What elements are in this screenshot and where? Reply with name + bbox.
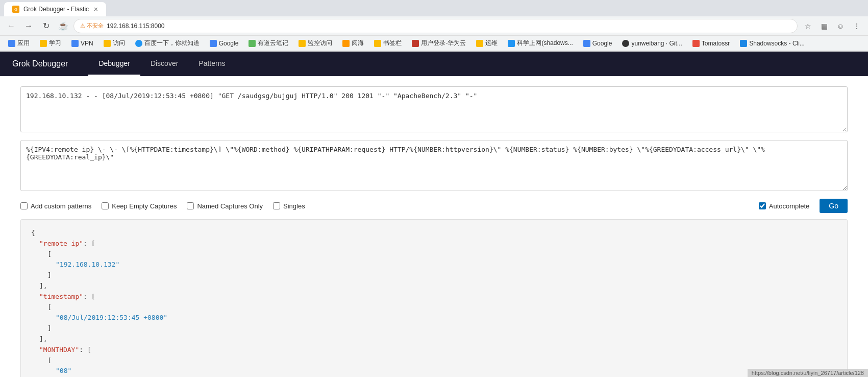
- close-tab-icon[interactable]: ×: [94, 5, 98, 13]
- json-timestamp-close: ],: [39, 335, 47, 343]
- vpn-icon: [71, 40, 79, 47]
- bookmark-vpn[interactable]: VPN: [67, 39, 97, 48]
- yuehai-icon: [342, 40, 350, 47]
- bookmark-study[interactable]: 学习: [36, 38, 65, 49]
- browser-tabs: G Grok Debugger - Elastic ×: [0, 0, 868, 16]
- apps-icon: [8, 40, 15, 47]
- github-icon: [622, 40, 629, 47]
- json-monthday-key: "MONTHDAY": [: [39, 346, 91, 354]
- bookmark-label: 访问: [113, 39, 125, 48]
- bookmark-shadows[interactable]: 科学上网(shadows...: [504, 38, 577, 49]
- output-area: { "remote_ip": [ [ "192.168.10.132" ] ],…: [20, 219, 848, 377]
- shadowsocks-icon: [740, 40, 747, 47]
- google-icon: [210, 40, 217, 47]
- bookmark-visit[interactable]: 访问: [100, 38, 129, 49]
- sample-input-textarea[interactable]: [20, 86, 848, 132]
- bookmark-shadowsocks[interactable]: Shadowsocks - Cli...: [736, 39, 809, 48]
- go-button[interactable]: Go: [820, 199, 848, 213]
- bookmark-label: VPN: [81, 40, 93, 47]
- named-captures-only-label[interactable]: Named Captures Only: [187, 202, 263, 210]
- bookmarks-bar: 应用 学习 VPN 访问 百度一下，你就知道 Google 有道云笔记 监控访: [0, 36, 868, 51]
- bookmarks-icon: [374, 40, 381, 47]
- options-row: Add custom patterns Keep Empty Captures …: [20, 199, 848, 213]
- named-captures-only-text: Named Captures Only: [197, 202, 263, 210]
- bookmark-apps[interactable]: 应用: [4, 38, 34, 49]
- singles-text: Singles: [283, 202, 305, 210]
- bookmark-tomatossr[interactable]: Tomatossr: [688, 39, 734, 48]
- bookmark-youdao[interactable]: 有道云笔记: [244, 38, 292, 49]
- study-icon: [40, 40, 47, 47]
- visit-icon: [104, 40, 111, 47]
- bookmark-label: 应用: [17, 39, 30, 48]
- json-remote-ip-key: "remote_ip": [: [39, 240, 95, 247]
- keep-empty-captures-text: Keep Empty Captures: [112, 202, 177, 210]
- tab-patterns[interactable]: Patterns: [188, 52, 235, 76]
- bookmark-label: 运维: [485, 39, 498, 48]
- main-content: Add custom patterns Keep Empty Captures …: [0, 76, 868, 377]
- json-remote-ip-array-open: [: [47, 250, 52, 258]
- json-monthday-value: "08": [56, 367, 71, 374]
- status-url: https://blog.csdn.net/u/liyin_26717/arti…: [752, 370, 864, 376]
- named-captures-only-checkbox[interactable]: [187, 202, 194, 209]
- json-timestamp-value: "08/Jul/2019:12:53:45 +0800": [56, 314, 167, 321]
- back-button[interactable]: ←: [4, 19, 18, 33]
- bookmark-label: 阅海: [352, 39, 364, 48]
- bookmark-label: 书签栏: [383, 39, 402, 48]
- bookmark-huawei[interactable]: 用户登录-华为云: [408, 38, 470, 49]
- youdao-icon: [249, 40, 256, 47]
- huawei-icon: [412, 40, 419, 47]
- json-timestamp-array-open: [: [47, 303, 52, 311]
- bookmark-label: Google: [592, 40, 612, 47]
- keep-empty-captures-checkbox[interactable]: [102, 202, 109, 209]
- json-remote-ip-close: ],: [39, 282, 47, 290]
- browser-chrome: G Grok Debugger - Elastic × ← → ↻ ☕ ⚠ 不安…: [0, 0, 868, 52]
- json-remote-ip-array-close: ]: [47, 271, 52, 279]
- extensions-button[interactable]: ▦: [817, 19, 831, 33]
- bookmark-label: yunweibang · Git...: [631, 40, 682, 47]
- bookmark-label: 监控访问: [308, 39, 332, 48]
- nav-tabs: Debugger Discover Patterns: [88, 52, 235, 76]
- security-warning: ⚠ 不安全: [80, 22, 104, 30]
- menu-button[interactable]: ⋮: [850, 19, 864, 33]
- tab-discover[interactable]: Discover: [140, 52, 188, 76]
- add-custom-patterns-label[interactable]: Add custom patterns: [20, 202, 91, 210]
- bookmark-google[interactable]: Google: [206, 39, 243, 48]
- bookmark-star-button[interactable]: ☆: [801, 19, 815, 33]
- bookmark-label: 百度一下，你就知道: [144, 39, 200, 48]
- bookmark-label: 科学上网(shadows...: [517, 39, 573, 48]
- bookmark-google2[interactable]: Google: [579, 39, 616, 48]
- profile-button[interactable]: ☺: [833, 19, 848, 33]
- keep-empty-captures-label[interactable]: Keep Empty Captures: [102, 202, 177, 210]
- bookmark-yuehai[interactable]: 阅海: [338, 38, 368, 49]
- add-custom-patterns-text: Add custom patterns: [31, 202, 91, 210]
- baidu-icon: [135, 40, 142, 47]
- bookmark-bookmarks[interactable]: 书签栏: [370, 38, 406, 49]
- singles-label[interactable]: Singles: [273, 202, 305, 210]
- bookmark-monitor[interactable]: 监控访问: [294, 38, 336, 49]
- home-button[interactable]: ☕: [56, 19, 70, 33]
- bookmark-label: 学习: [49, 39, 61, 48]
- forward-button[interactable]: →: [21, 19, 36, 33]
- bookmark-label: Shadowsocks - Cli...: [749, 40, 805, 47]
- browser-tab-active[interactable]: G Grok Debugger - Elastic ×: [4, 2, 106, 16]
- tomatossr-icon: [692, 40, 700, 47]
- add-custom-patterns-checkbox[interactable]: [20, 202, 28, 209]
- json-timestamp-array-close: ]: [47, 324, 52, 332]
- status-bar: https://blog.csdn.net/u/liyin_26717/arti…: [748, 369, 868, 377]
- bookmark-ops[interactable]: 运维: [472, 38, 502, 49]
- address-bar[interactable]: ⚠ 不安全 192.168.16.115:8000: [73, 19, 798, 33]
- bookmark-label: 有道云笔记: [258, 39, 288, 48]
- bookmark-baidu[interactable]: 百度一下，你就知道: [131, 38, 204, 49]
- grok-pattern-textarea[interactable]: [20, 140, 848, 191]
- bookmark-github[interactable]: yunweibang · Git...: [618, 39, 686, 48]
- singles-checkbox[interactable]: [273, 202, 280, 209]
- bookmark-label: 用户登录-华为云: [421, 39, 466, 48]
- autocomplete-label[interactable]: Autocomplete: [759, 202, 810, 210]
- autocomplete-checkbox[interactable]: [759, 202, 766, 209]
- ops-icon: [476, 40, 483, 47]
- tab-favicon: G: [12, 6, 19, 13]
- bookmark-label: Tomatossr: [702, 40, 730, 47]
- url-display: 192.168.16.115:8000: [107, 22, 164, 30]
- tab-debugger[interactable]: Debugger: [88, 52, 140, 76]
- reload-button[interactable]: ↻: [39, 19, 53, 33]
